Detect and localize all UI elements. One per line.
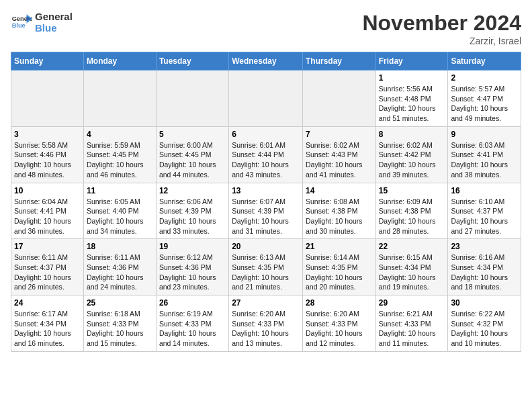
calendar-cell: 10Sunrise: 6:04 AM Sunset: 4:41 PM Dayli… bbox=[11, 183, 84, 239]
day-number: 9 bbox=[451, 130, 518, 139]
day-info: Sunrise: 6:16 AM Sunset: 4:34 PM Dayligh… bbox=[451, 253, 518, 292]
day-number: 5 bbox=[159, 130, 226, 139]
day-number: 14 bbox=[306, 186, 373, 195]
header-friday: Friday bbox=[375, 52, 448, 71]
day-number: 25 bbox=[87, 298, 153, 308]
day-number: 15 bbox=[379, 186, 445, 195]
calendar-cell: 9Sunrise: 6:03 AM Sunset: 4:41 PM Daylig… bbox=[448, 126, 521, 183]
day-info: Sunrise: 5:58 AM Sunset: 4:46 PM Dayligh… bbox=[14, 140, 81, 180]
day-info: Sunrise: 5:59 AM Sunset: 4:45 PM Dayligh… bbox=[87, 140, 153, 180]
calendar-cell bbox=[83, 71, 156, 127]
calendar-cell: 25Sunrise: 6:18 AM Sunset: 4:33 PM Dayli… bbox=[83, 295, 156, 352]
svg-text:Blue: Blue bbox=[12, 22, 26, 29]
location: Zarzir, Israel bbox=[362, 36, 521, 46]
day-number: 8 bbox=[379, 130, 445, 139]
header-thursday: Thursday bbox=[302, 52, 375, 71]
calendar-cell: 21Sunrise: 6:14 AM Sunset: 4:35 PM Dayli… bbox=[302, 239, 375, 295]
calendar-cell: 8Sunrise: 6:02 AM Sunset: 4:42 PM Daylig… bbox=[375, 126, 448, 183]
day-info: Sunrise: 6:21 AM Sunset: 4:33 PM Dayligh… bbox=[379, 309, 445, 349]
day-info: Sunrise: 6:20 AM Sunset: 4:33 PM Dayligh… bbox=[306, 309, 373, 349]
day-info: Sunrise: 6:02 AM Sunset: 4:43 PM Dayligh… bbox=[306, 140, 373, 180]
day-number: 19 bbox=[159, 242, 226, 251]
calendar-week-row: 24Sunrise: 6:17 AM Sunset: 4:34 PM Dayli… bbox=[11, 295, 521, 352]
calendar-cell: 24Sunrise: 6:17 AM Sunset: 4:34 PM Dayli… bbox=[11, 295, 84, 352]
calendar-cell bbox=[302, 71, 375, 127]
page-header: General Blue General Blue November 2024 … bbox=[11, 11, 521, 46]
calendar-week-row: 1Sunrise: 5:56 AM Sunset: 4:48 PM Daylig… bbox=[11, 71, 521, 127]
header-tuesday: Tuesday bbox=[156, 52, 228, 71]
day-number: 10 bbox=[14, 186, 81, 195]
day-number: 18 bbox=[87, 242, 153, 251]
calendar-cell: 1Sunrise: 5:56 AM Sunset: 4:48 PM Daylig… bbox=[375, 71, 448, 127]
day-info: Sunrise: 6:19 AM Sunset: 4:33 PM Dayligh… bbox=[159, 309, 226, 349]
day-number: 7 bbox=[306, 130, 373, 139]
day-info: Sunrise: 6:05 AM Sunset: 4:40 PM Dayligh… bbox=[87, 197, 153, 236]
day-number: 17 bbox=[14, 242, 81, 251]
day-info: Sunrise: 5:57 AM Sunset: 4:47 PM Dayligh… bbox=[451, 84, 518, 124]
calendar-week-row: 17Sunrise: 6:11 AM Sunset: 4:37 PM Dayli… bbox=[11, 239, 521, 295]
header-monday: Monday bbox=[83, 52, 156, 71]
month-title: November 2024 bbox=[362, 11, 521, 36]
calendar-header-row: Sunday Monday Tuesday Wednesday Thursday… bbox=[11, 52, 521, 71]
day-info: Sunrise: 6:09 AM Sunset: 4:38 PM Dayligh… bbox=[379, 197, 445, 236]
day-info: Sunrise: 6:03 AM Sunset: 4:41 PM Dayligh… bbox=[451, 140, 518, 180]
calendar-cell bbox=[11, 71, 84, 127]
logo: General Blue General Blue bbox=[11, 11, 73, 34]
calendar-cell: 30Sunrise: 6:22 AM Sunset: 4:32 PM Dayli… bbox=[448, 295, 521, 352]
calendar-cell: 7Sunrise: 6:02 AM Sunset: 4:43 PM Daylig… bbox=[302, 126, 375, 183]
day-info: Sunrise: 6:00 AM Sunset: 4:45 PM Dayligh… bbox=[159, 140, 226, 180]
day-number: 20 bbox=[232, 242, 300, 251]
day-info: Sunrise: 6:12 AM Sunset: 4:36 PM Dayligh… bbox=[159, 253, 226, 292]
day-info: Sunrise: 6:14 AM Sunset: 4:35 PM Dayligh… bbox=[306, 253, 373, 292]
day-info: Sunrise: 6:07 AM Sunset: 4:39 PM Dayligh… bbox=[232, 197, 300, 236]
calendar-cell: 19Sunrise: 6:12 AM Sunset: 4:36 PM Dayli… bbox=[156, 239, 228, 295]
header-sunday: Sunday bbox=[11, 52, 84, 71]
calendar-cell: 12Sunrise: 6:06 AM Sunset: 4:39 PM Dayli… bbox=[156, 183, 228, 239]
logo-name-general: General bbox=[35, 11, 73, 22]
calendar-cell bbox=[156, 71, 228, 127]
calendar-cell: 3Sunrise: 5:58 AM Sunset: 4:46 PM Daylig… bbox=[11, 126, 84, 183]
day-info: Sunrise: 6:02 AM Sunset: 4:42 PM Dayligh… bbox=[379, 140, 445, 180]
day-number: 24 bbox=[14, 298, 81, 308]
day-number: 30 bbox=[451, 298, 518, 308]
calendar-cell: 5Sunrise: 6:00 AM Sunset: 4:45 PM Daylig… bbox=[156, 126, 228, 183]
day-info: Sunrise: 5:56 AM Sunset: 4:48 PM Dayligh… bbox=[379, 84, 445, 124]
day-number: 11 bbox=[87, 186, 153, 195]
calendar-cell: 29Sunrise: 6:21 AM Sunset: 4:33 PM Dayli… bbox=[375, 295, 448, 352]
day-info: Sunrise: 6:11 AM Sunset: 4:37 PM Dayligh… bbox=[14, 253, 81, 292]
day-number: 13 bbox=[232, 186, 300, 195]
calendar-cell: 15Sunrise: 6:09 AM Sunset: 4:38 PM Dayli… bbox=[375, 183, 448, 239]
header-saturday: Saturday bbox=[448, 52, 521, 71]
day-info: Sunrise: 6:10 AM Sunset: 4:37 PM Dayligh… bbox=[451, 197, 518, 236]
day-number: 28 bbox=[306, 298, 373, 308]
day-number: 1 bbox=[379, 73, 445, 83]
day-info: Sunrise: 6:22 AM Sunset: 4:32 PM Dayligh… bbox=[451, 309, 518, 349]
day-number: 29 bbox=[379, 298, 445, 308]
calendar-cell: 11Sunrise: 6:05 AM Sunset: 4:40 PM Dayli… bbox=[83, 183, 156, 239]
calendar-table: Sunday Monday Tuesday Wednesday Thursday… bbox=[11, 52, 521, 352]
day-number: 22 bbox=[379, 242, 445, 251]
calendar-cell: 17Sunrise: 6:11 AM Sunset: 4:37 PM Dayli… bbox=[11, 239, 84, 295]
day-info: Sunrise: 6:17 AM Sunset: 4:34 PM Dayligh… bbox=[14, 309, 81, 349]
calendar-cell: 18Sunrise: 6:11 AM Sunset: 4:36 PM Dayli… bbox=[83, 239, 156, 295]
day-number: 27 bbox=[232, 298, 300, 308]
calendar-cell: 22Sunrise: 6:15 AM Sunset: 4:34 PM Dayli… bbox=[375, 239, 448, 295]
day-info: Sunrise: 6:13 AM Sunset: 4:35 PM Dayligh… bbox=[232, 253, 300, 292]
calendar-cell: 20Sunrise: 6:13 AM Sunset: 4:35 PM Dayli… bbox=[229, 239, 303, 295]
calendar-cell: 26Sunrise: 6:19 AM Sunset: 4:33 PM Dayli… bbox=[156, 295, 228, 352]
calendar-cell: 16Sunrise: 6:10 AM Sunset: 4:37 PM Dayli… bbox=[448, 183, 521, 239]
day-number: 4 bbox=[87, 130, 153, 139]
calendar-cell bbox=[229, 71, 303, 127]
day-number: 26 bbox=[159, 298, 226, 308]
day-number: 21 bbox=[306, 242, 373, 251]
day-number: 2 bbox=[451, 73, 518, 83]
day-info: Sunrise: 6:01 AM Sunset: 4:44 PM Dayligh… bbox=[232, 140, 300, 180]
day-info: Sunrise: 6:06 AM Sunset: 4:39 PM Dayligh… bbox=[159, 197, 226, 236]
calendar-week-row: 3Sunrise: 5:58 AM Sunset: 4:46 PM Daylig… bbox=[11, 126, 521, 183]
day-info: Sunrise: 6:08 AM Sunset: 4:38 PM Dayligh… bbox=[306, 197, 373, 236]
day-info: Sunrise: 6:18 AM Sunset: 4:33 PM Dayligh… bbox=[87, 309, 153, 349]
day-number: 6 bbox=[232, 130, 300, 139]
title-area: November 2024 Zarzir, Israel bbox=[362, 11, 521, 46]
day-number: 23 bbox=[451, 242, 518, 251]
calendar-cell: 6Sunrise: 6:01 AM Sunset: 4:44 PM Daylig… bbox=[229, 126, 303, 183]
